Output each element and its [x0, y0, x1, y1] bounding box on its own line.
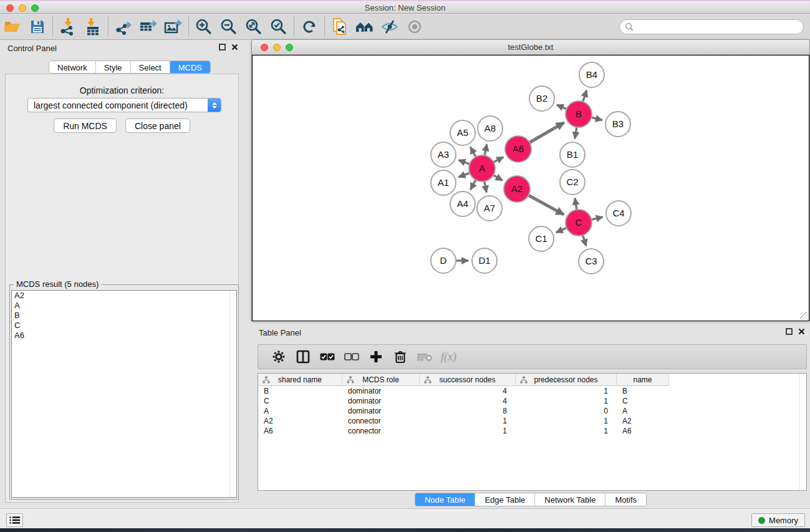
graph-node-C3[interactable]: C3	[579, 249, 604, 274]
delete-table-icon	[417, 351, 433, 362]
create-column-button[interactable]	[364, 347, 387, 367]
eye-slash-icon	[381, 19, 398, 34]
column-header-MCDS-role[interactable]: MCDS role	[342, 374, 420, 386]
tab-network-table[interactable]: Network Table	[535, 493, 605, 506]
zoom-in-button[interactable]	[191, 16, 216, 37]
column-header-successor-nodes[interactable]: successor nodes	[420, 374, 516, 386]
export-network-button[interactable]	[111, 16, 136, 37]
cell-MCDS-role: dominator	[342, 386, 420, 396]
select-all-button[interactable]	[316, 347, 339, 367]
close-panel-icon[interactable]	[231, 44, 238, 51]
task-history-button[interactable]	[6, 513, 23, 527]
svg-text:C: C	[576, 217, 582, 228]
optimization-criterion-dropdown[interactable]: largest connected component (directed)	[27, 98, 221, 112]
table-row[interactable]: Adominator80A	[258, 406, 806, 416]
import-network-button[interactable]	[55, 16, 80, 37]
graph-node-C[interactable]: C	[566, 210, 592, 236]
search-box[interactable]	[619, 19, 804, 34]
graph-node-A7[interactable]: A7	[477, 196, 502, 221]
zoom-selected-button[interactable]	[266, 16, 291, 37]
network-canvas[interactable]: AA1A2A3A4A5A6A7A8BB1B2B3B4CC1C2C3C4DD1	[252, 55, 809, 321]
resize-grip[interactable]	[800, 312, 808, 320]
hide-graphics-button[interactable]	[377, 16, 402, 37]
table-row[interactable]: Bdominator41B	[258, 386, 806, 396]
zoom-out-button[interactable]	[216, 16, 241, 37]
column-header-predecessor-nodes[interactable]: predecessor nodes	[516, 374, 617, 386]
show-graphics-button[interactable]	[402, 16, 427, 37]
graph-node-C1[interactable]: C1	[529, 226, 554, 251]
graph-node-A5[interactable]: A5	[450, 120, 475, 145]
save-session-button[interactable]	[25, 16, 50, 37]
trash-icon	[394, 350, 407, 364]
graph-node-B1[interactable]: B1	[560, 142, 585, 167]
graph-node-B4[interactable]: B4	[579, 62, 604, 87]
memory-button[interactable]: Memory	[751, 513, 805, 527]
tab-mcds[interactable]: MCDS	[170, 61, 210, 73]
search-input[interactable]	[634, 22, 798, 31]
deselect-all-button[interactable]	[340, 347, 363, 367]
toolbar-separator	[294, 17, 294, 37]
graph-node-D[interactable]: D	[431, 248, 456, 273]
graph-node-A8[interactable]: A8	[478, 116, 503, 141]
mcds-result-group: MCDS result (5 nodes) A2ABCA6	[9, 284, 239, 500]
result-item[interactable]: C	[12, 321, 236, 331]
graph-node-B2[interactable]: B2	[529, 86, 554, 111]
table-row[interactable]: Cdominator41C	[258, 396, 806, 406]
clone-network-button[interactable]	[327, 16, 352, 37]
tab-motifs[interactable]: Motifs	[605, 493, 646, 506]
close-panel-icon[interactable]	[798, 328, 805, 335]
gear-icon	[272, 350, 286, 364]
zoom-fit-icon	[246, 19, 262, 35]
export-table-button[interactable]	[136, 16, 161, 37]
delete-column-button[interactable]	[388, 347, 412, 367]
column-header-shared-name[interactable]: shared name	[258, 374, 342, 386]
svg-text:A4: A4	[457, 198, 468, 209]
table-settings-button[interactable]	[267, 347, 290, 367]
graph-node-A4[interactable]: A4	[450, 191, 475, 216]
graph-node-B[interactable]: B	[566, 101, 592, 127]
graph-node-A[interactable]: A	[469, 155, 495, 181]
apply-layout-button[interactable]	[297, 16, 322, 37]
mcds-tab-content: Optimization criterion: largest connecte…	[5, 74, 239, 503]
zoom-fit-button[interactable]	[241, 16, 266, 37]
tab-node-table[interactable]: Node Table	[415, 493, 476, 506]
graph-node-C4[interactable]: C4	[606, 201, 631, 226]
tab-network[interactable]: Network	[49, 61, 96, 73]
float-panel-icon[interactable]	[219, 44, 226, 51]
graph-node-A6[interactable]: A6	[505, 136, 531, 162]
open-file-button[interactable]	[0, 16, 25, 37]
result-item[interactable]: A	[12, 301, 236, 311]
graph-node-A2[interactable]: A2	[504, 176, 530, 202]
export-image-button[interactable]	[161, 16, 186, 37]
graph-node-A1[interactable]: A1	[431, 170, 456, 195]
unchecked-boxes-icon	[344, 352, 359, 361]
table-row[interactable]: A2connector11A2	[258, 416, 806, 426]
result-item[interactable]: B	[12, 311, 236, 321]
column-header-name[interactable]: name	[617, 374, 669, 386]
toolbar-separator	[108, 17, 108, 37]
plus-icon	[369, 350, 383, 364]
run-mcds-button[interactable]: Run MCDS	[54, 118, 117, 133]
tab-edge-table[interactable]: Edge Table	[475, 493, 535, 506]
result-item[interactable]: A2	[12, 291, 236, 301]
show-column-button[interactable]	[291, 347, 314, 367]
graph-node-A3[interactable]: A3	[431, 142, 456, 167]
cell-predecessor-nodes: 1	[516, 396, 617, 406]
checked-boxes-icon	[320, 352, 335, 361]
float-panel-icon[interactable]	[786, 328, 793, 335]
graph-node-D1[interactable]: D1	[472, 248, 497, 273]
import-table-button[interactable]	[80, 16, 105, 37]
tab-style[interactable]: Style	[96, 61, 131, 73]
table-scrollbar[interactable]	[799, 374, 806, 490]
graph-node-C2[interactable]: C2	[560, 170, 585, 195]
graph-node-B3[interactable]: B3	[605, 112, 630, 137]
close-panel-button[interactable]: Close panel	[125, 118, 190, 133]
memory-label: Memory	[769, 516, 798, 525]
result-list-scrollbar[interactable]	[229, 291, 236, 497]
result-item[interactable]: A6	[12, 331, 236, 341]
svg-text:A3: A3	[438, 149, 449, 160]
tab-select[interactable]: Select	[131, 61, 170, 73]
cell-MCDS-role: connector	[342, 426, 420, 436]
cyndex-browser-button[interactable]	[352, 16, 377, 37]
table-row[interactable]: A6connector11A6	[258, 426, 806, 436]
